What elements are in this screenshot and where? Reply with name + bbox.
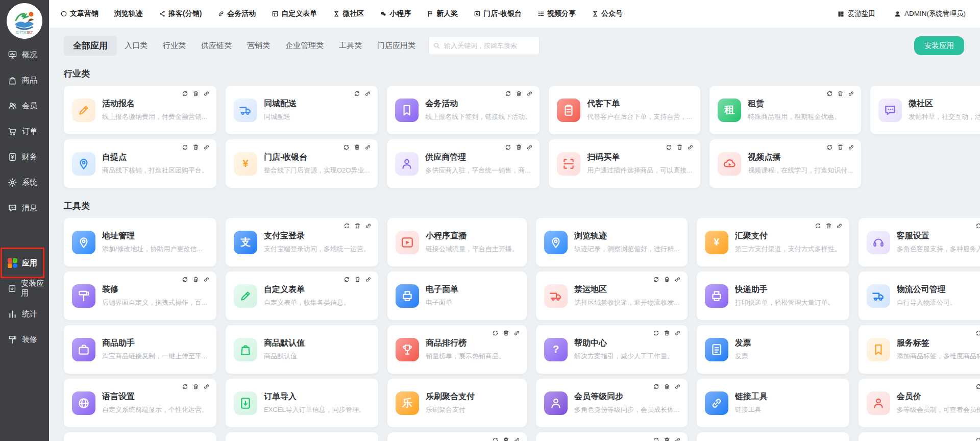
link-icon[interactable] <box>203 144 210 151</box>
app-card[interactable]: ¥ 门店-收银台 整合线下门店资源，实现O2O异业... <box>226 139 378 188</box>
sync-icon[interactable] <box>975 383 980 390</box>
uninstall-icon[interactable] <box>825 223 832 229</box>
link-icon[interactable] <box>674 330 681 336</box>
sync-icon[interactable] <box>492 330 499 336</box>
app-card[interactable]: 会员价 多等级会员制，可查看会员价，引... <box>859 379 980 427</box>
sync-icon[interactable] <box>182 383 188 390</box>
tab-marketing[interactable]: 营销类 <box>239 36 278 55</box>
app-card[interactable]: 会务活动 线上报名线下签到，链接线下活动。 <box>387 86 540 134</box>
link-icon[interactable] <box>365 223 372 229</box>
search-input[interactable] <box>428 37 540 55</box>
sync-icon[interactable] <box>653 437 659 441</box>
link-icon[interactable] <box>526 144 533 151</box>
app-card[interactable]: 扫码买单 用户通过插件选择商品，可以直接... <box>549 139 700 188</box>
sync-icon[interactable] <box>354 90 360 97</box>
uninstall-icon[interactable] <box>664 383 670 390</box>
sync-icon[interactable] <box>653 330 659 336</box>
link-icon[interactable] <box>836 223 843 229</box>
app-card[interactable]: 订单导入 EXCEL导入订单信息，同步管理。 <box>226 379 378 427</box>
sync-icon[interactable] <box>343 144 350 151</box>
tab-store-apps[interactable]: 门店应用类 <box>370 36 423 55</box>
sync-icon[interactable] <box>826 90 833 97</box>
uninstall-icon[interactable] <box>192 276 199 283</box>
topnav-item-browse-history[interactable]: 浏览轨迹 <box>114 9 143 18</box>
tab-entry[interactable]: 入口类 <box>117 36 155 55</box>
topbar-admin[interactable]: ADMIN(系统管理员) <box>894 9 966 18</box>
link-icon[interactable] <box>674 437 681 441</box>
app-card[interactable]: 装修 店铺界面自定义，拖拽式操作，百... <box>64 272 216 320</box>
sync-icon[interactable] <box>826 144 833 151</box>
app-card[interactable]: ¥ 汇聚支付 第三方支付渠道，支付方式多样性。 <box>697 218 849 266</box>
uninstall-icon[interactable] <box>192 144 199 151</box>
topnav-item-conference[interactable]: 会务活动 <box>217 9 256 18</box>
uninstall-icon[interactable] <box>503 437 509 441</box>
sync-icon[interactable] <box>666 144 672 151</box>
app-card[interactable]: 乐 乐刷聚合支付 乐刷聚合支付 <box>387 379 527 427</box>
link-icon[interactable] <box>203 383 210 390</box>
uninstall-icon[interactable] <box>354 276 361 283</box>
app-card[interactable]: 短链接生成 <box>859 432 980 441</box>
app-card[interactable]: 服务标签 添加商品标签，多维度商品标记。 <box>859 325 980 374</box>
install-app-button[interactable]: 安装应用 <box>914 36 964 55</box>
sync-icon[interactable] <box>492 437 499 441</box>
tab-industry[interactable]: 行业类 <box>155 36 193 55</box>
uninstall-icon[interactable] <box>664 276 670 283</box>
app-card[interactable]: 浏览轨迹 轨迹记录，洞察浏览偏好，进行精... <box>536 218 688 266</box>
app-card[interactable]: 商品排行榜 销量榜单，展示热销商品。 <box>387 325 527 374</box>
app-card[interactable]: 禁运地区 选择区域禁收快递，避开物流收发... <box>536 272 688 320</box>
sidebar-item-overview[interactable]: 概况 <box>0 42 49 67</box>
link-icon[interactable] <box>526 90 533 97</box>
topnav-item-official-account[interactable]: 公众号 <box>592 9 623 18</box>
app-card[interactable]: 打印机 <box>387 432 527 441</box>
app-card[interactable]: 商品助手 淘宝商品链接复制，一键上传至平... <box>64 325 216 374</box>
tab-all[interactable]: 全部应用 <box>64 36 117 56</box>
uninstall-icon[interactable] <box>354 144 360 151</box>
topnav-item-distribution[interactable]: 推客(分销) <box>159 9 202 18</box>
sync-icon[interactable] <box>344 276 350 283</box>
tab-supply-chain[interactable]: 供应链类 <box>193 36 239 55</box>
app-card[interactable]: 供应商管理 多供应商入驻，平台统一销售，商... <box>387 139 540 188</box>
sync-icon[interactable] <box>182 144 188 151</box>
app-card[interactable]: 多打印机 <box>64 432 216 441</box>
app-card[interactable]: 语言设置 自定义系统前端显示，个性化运营。 <box>64 379 216 427</box>
app-card[interactable]: 自提点 商品线下核销，打造社区团购平台。 <box>64 139 216 188</box>
app-card[interactable]: 同城配送 同城配送 <box>226 86 378 134</box>
link-icon[interactable] <box>364 90 371 97</box>
topnav-item-custom-form[interactable]: 自定义表单 <box>272 9 317 18</box>
app-card[interactable]: 支付管理 <box>226 432 378 441</box>
topbar-tenant[interactable]: 爱游盐田 <box>837 9 875 18</box>
app-card[interactable]: 视频点播 视频课程，在线学习，打造知识付... <box>709 139 861 188</box>
app-card[interactable]: 会员等级同步 多角色身份等级同步，会员成长体... <box>536 379 688 427</box>
app-card[interactable]: 商品默认值 商品默认值 <box>226 325 378 374</box>
link-icon[interactable] <box>687 144 694 151</box>
sync-icon[interactable] <box>505 144 511 151</box>
sync-icon[interactable] <box>182 90 188 97</box>
sync-icon[interactable] <box>344 223 350 229</box>
app-card[interactable]: 快递助手 打印快递单，轻松管理大量订单。 <box>697 272 849 320</box>
topnav-item-store-cashier[interactable]: 门店-收银台 <box>474 9 522 18</box>
uninstall-icon[interactable] <box>192 383 199 390</box>
link-icon[interactable] <box>513 330 520 336</box>
link-icon[interactable] <box>674 383 681 390</box>
topnav-item-video-share[interactable]: 视频分享 <box>537 9 576 18</box>
app-card[interactable]: 活动报名 线上报名缴纳费用，付费金额营销... <box>64 86 216 134</box>
sync-icon[interactable] <box>975 223 980 229</box>
link-icon[interactable] <box>848 144 854 151</box>
link-icon[interactable] <box>513 437 520 441</box>
app-card[interactable]: 支 支付宝登录 支付宝端登录访问，多端统一运营。 <box>226 218 378 266</box>
topnav-item-micro-community[interactable]: 微社区 <box>333 9 364 18</box>
sidebar-item-system[interactable]: 系统 <box>0 169 49 195</box>
app-card[interactable]: 统计 <box>697 432 849 441</box>
topnav-item-newcomer-reward[interactable]: 新人奖 <box>427 9 458 18</box>
app-card[interactable]: 物流公司管理 自行导入物流公司。 <box>859 272 980 320</box>
app-card[interactable]: 发票 发票 <box>697 325 849 374</box>
uninstall-icon[interactable] <box>837 144 844 151</box>
link-icon[interactable] <box>203 90 210 97</box>
sync-icon[interactable] <box>182 276 188 283</box>
uninstall-icon[interactable] <box>354 223 361 229</box>
uninstall-icon[interactable] <box>664 330 670 336</box>
sidebar-item-install-apps[interactable]: 安装应用 <box>0 276 49 301</box>
sidebar-item-orders[interactable]: 订单 <box>0 118 49 144</box>
sync-icon[interactable] <box>653 276 659 283</box>
app-card[interactable]: 客服设置 多角色客服支持，多种服务入口。 <box>859 218 980 266</box>
